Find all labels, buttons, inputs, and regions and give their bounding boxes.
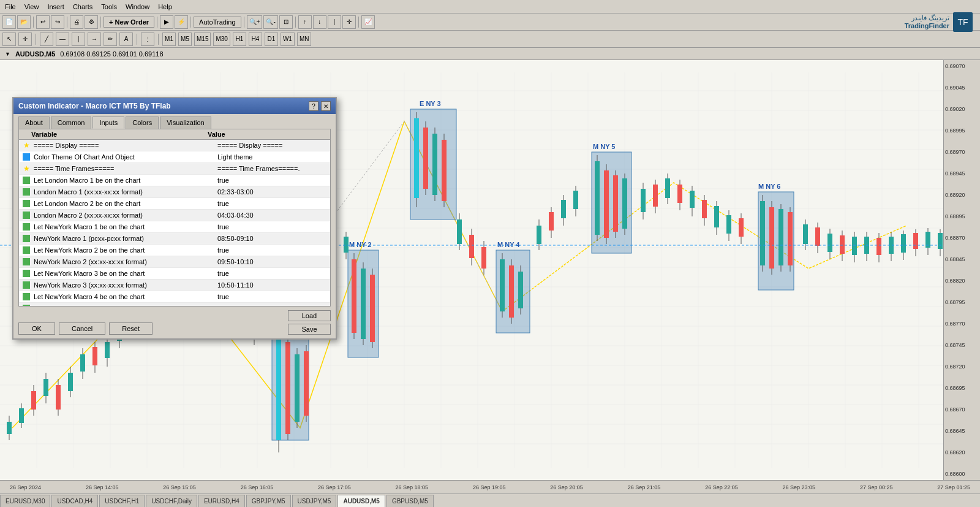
cancel-button[interactable]: Cancel <box>59 322 105 335</box>
symbol-bar: ▼ AUDUSD,M5 0.69108 0.69125 0.69101 0.69… <box>0 48 980 60</box>
fit-button[interactable]: ⊡ <box>279 15 293 29</box>
bottom-tab-gbpusd-m5[interactable]: GBPUSD,M5 <box>386 495 434 507</box>
text-button[interactable]: A <box>119 32 133 46</box>
tab-about[interactable]: About <box>18 116 50 129</box>
crosshair-button[interactable]: ✛ <box>342 15 356 29</box>
menu-insert[interactable]: Insert <box>45 3 67 10</box>
menu-charts[interactable]: Charts <box>70 3 95 10</box>
arrow-button[interactable]: → <box>88 32 101 46</box>
table-row[interactable]: Let London Macro 2 be on the charttrue <box>19 198 330 210</box>
star-icon: ★ <box>21 164 31 173</box>
new-order-button[interactable]: + New Order <box>104 17 154 28</box>
toolbar-separator-1 <box>33 17 34 28</box>
table-row[interactable]: NewYork Macro 2 (xx:xx-xx:xx format)09:5… <box>19 256 330 268</box>
table-row[interactable]: NewYork Macro 4 (xx:xx-xx:xx format)11:5… <box>19 303 330 306</box>
ok-button[interactable]: OK <box>18 322 55 335</box>
print-button[interactable]: 🖨 <box>70 15 83 29</box>
line-button[interactable]: ╱ <box>40 32 53 46</box>
bottom-tab-eurusd-h4[interactable]: EURUSD,H4 <box>198 495 245 507</box>
variable-cell: Let London Macro 1 be on the chart <box>34 177 217 184</box>
menu-view[interactable]: View <box>22 3 42 10</box>
tf-m30[interactable]: M30 <box>213 32 230 46</box>
table-row[interactable]: ★===== Display ========== Display ===== <box>19 140 330 151</box>
tab-visualization[interactable]: Visualization <box>160 116 211 129</box>
value-cell: true <box>217 293 328 300</box>
tf-m1[interactable]: M1 <box>162 32 176 46</box>
table-body[interactable]: ★===== Display ========== Display =====C… <box>19 140 330 306</box>
tab-colors[interactable]: Colors <box>126 116 159 129</box>
menu-tools[interactable]: Tools <box>99 3 119 10</box>
chart-up-button[interactable]: ↑ <box>298 15 312 29</box>
green-indicator-icon <box>21 269 31 278</box>
table-row[interactable]: NewYork Macro 3 (xx:xx-xx:xx format)10:5… <box>19 280 330 291</box>
chart-down-button[interactable]: ↓ <box>313 15 326 29</box>
variable-cell: Let NewYork Macro 4 be on the chart <box>34 293 217 300</box>
zoom-in-button[interactable]: 🔍+ <box>247 15 263 29</box>
indicator-button[interactable]: 📈 <box>361 15 375 29</box>
bottom-tab-gbpjpy-m5[interactable]: GBPJPY,M5 <box>246 495 291 507</box>
table-row[interactable]: London Macro 2 (xx:xx-xx:xx format)04:03… <box>19 210 330 221</box>
bottom-tab-usdjpy-m5[interactable]: USDJPY,M5 <box>292 495 337 507</box>
open-button[interactable]: 📂 <box>17 15 31 29</box>
tf-w1[interactable]: W1 <box>281 32 295 46</box>
bottom-tab-usdcad-h4[interactable]: USDCAD,H4 <box>51 495 98 507</box>
zoom-out-button[interactable]: 🔍- <box>263 15 277 29</box>
dialog-close-button[interactable]: ✕ <box>321 101 331 111</box>
new-chart-button[interactable]: 📄 <box>2 15 16 29</box>
crosshair2-button[interactable]: ✛ <box>18 32 32 46</box>
cursor-button[interactable]: ↖ <box>2 32 16 46</box>
menu-help[interactable]: Help <box>156 3 175 10</box>
tf-h1[interactable]: H1 <box>233 32 246 46</box>
symbol-dropdown-icon: ▼ <box>5 51 10 57</box>
menu-window[interactable]: Window <box>123 3 152 10</box>
table-row[interactable]: Let NewYork Macro 2 be on the charttrue <box>19 245 330 256</box>
tf-mn[interactable]: MN <box>297 32 312 46</box>
logo-icon: TF <box>953 12 973 32</box>
auto-trading-button[interactable]: AutoTrading <box>194 17 241 28</box>
expert-advisor-button[interactable]: ▶ <box>160 15 173 29</box>
tf-m15[interactable]: M15 <box>194 32 211 46</box>
col-header-variable: Variable <box>31 131 208 138</box>
price-label: 0.69070 <box>944 63 978 70</box>
reset-button[interactable]: Reset <box>109 322 153 335</box>
value-cell: ===== Display ===== <box>217 142 328 149</box>
table-row[interactable]: Let NewYork Macro 3 be on the charttrue <box>19 268 330 280</box>
bottom-tab-usdchf-h1[interactable]: USDCHF,H1 <box>99 495 145 507</box>
time-axis: 26 Sep 202426 Sep 14:0526 Sep 15:0526 Se… <box>0 480 980 494</box>
bottom-tab-eurusd-m30[interactable]: EURUSD,M30 <box>0 495 50 507</box>
fib-button[interactable]: ⋮ <box>141 32 154 46</box>
menu-file[interactable]: File <box>2 3 18 10</box>
compile-button[interactable]: ⚡ <box>175 15 188 29</box>
period-sep-button[interactable]: | <box>328 15 341 29</box>
dialog-help-button[interactable]: ? <box>309 101 318 111</box>
tab-inputs[interactable]: Inputs <box>92 116 124 129</box>
symbol-name[interactable]: AUDUSD,M5 <box>15 50 55 58</box>
settings-button[interactable]: ⚙ <box>85 15 98 29</box>
table-row[interactable]: Let NewYork Macro 4 be on the charttrue <box>19 291 330 303</box>
save-button[interactable]: Save <box>288 324 331 335</box>
redo-button[interactable]: ↪ <box>51 15 64 29</box>
tab-common[interactable]: Common <box>51 116 92 129</box>
pencil-button[interactable]: ✏ <box>104 32 117 46</box>
bottom-tab-usdchf-daily[interactable]: USDCHF,Daily <box>146 495 197 507</box>
table-row[interactable]: NewYork Macro 1 (pcxx-pcxx format)08:50-… <box>19 233 330 245</box>
green-indicator-icon <box>21 175 31 185</box>
variable-cell: ===== Time Frames===== <box>34 165 217 172</box>
table-row[interactable]: ★===== Time Frames========== Time Frames… <box>19 163 330 175</box>
time-labels: 26 Sep 202426 Sep 14:0526 Sep 15:0526 Se… <box>5 482 975 492</box>
dialog-tabs: About Common Inputs Colors Visualization <box>13 114 336 129</box>
tf-m5[interactable]: M5 <box>178 32 192 46</box>
variable-cell: ===== Display ===== <box>34 142 217 149</box>
green-indicator-icon <box>21 210 31 220</box>
tf-h4[interactable]: H4 <box>249 32 262 46</box>
hline-button[interactable]: — <box>56 32 69 46</box>
table-row[interactable]: Let NewYork Macro 1 be on the charttrue <box>19 221 330 233</box>
load-button[interactable]: Load <box>288 310 331 321</box>
table-row[interactable]: London Macro 1 (xx:xx-xx:xx format)02:33… <box>19 186 330 198</box>
table-row[interactable]: Color Theme Of Chart And ObjectLight the… <box>19 151 330 163</box>
bottom-tab-audusd-m5[interactable]: AUDUSD,M5 <box>337 495 385 507</box>
vline-button[interactable]: | <box>72 32 85 46</box>
tf-d1[interactable]: D1 <box>265 32 278 46</box>
undo-button[interactable]: ↩ <box>36 15 50 29</box>
table-row[interactable]: Let London Macro 1 be on the charttrue <box>19 175 330 186</box>
